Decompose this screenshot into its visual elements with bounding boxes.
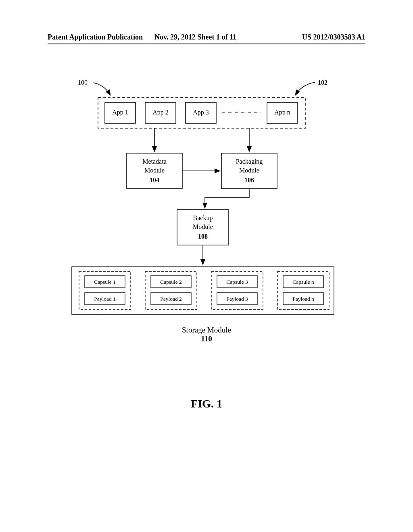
capsule-group-2-dash	[145, 272, 197, 310]
storage-module-label: Storage Module	[182, 326, 231, 334]
storage-module-caption: Storage Module 110	[0, 326, 413, 343]
metadata-ref: 104	[150, 177, 159, 183]
capsule-group-2: Capsule 2 Payload 2	[145, 272, 197, 310]
payload-3-label: Payload 3	[226, 296, 248, 302]
backup-line2: Module	[193, 223, 213, 230]
payload-2-label: Payload 2	[160, 296, 182, 302]
metadata-line1: Metadata	[142, 158, 167, 165]
capsule-n-label: Capsule n	[292, 279, 314, 285]
ref-label-100: 100	[78, 79, 88, 86]
app-1-label: App 1	[112, 109, 128, 116]
capsule-group-n-dash	[277, 272, 329, 310]
capsule-group-1-dash	[79, 272, 131, 310]
arrow-packaging-backup	[205, 189, 249, 208]
backup-line1: Backup	[193, 214, 213, 222]
packaging-ref: 106	[244, 177, 254, 183]
app-n-label: App n	[274, 109, 290, 116]
capsule-group-1: Capsule 1 Payload 1	[79, 272, 131, 310]
leader-100	[93, 83, 110, 95]
capsule-2-label: Capsule 2	[160, 279, 182, 285]
ref-label-102: 102	[318, 79, 327, 86]
leader-102	[296, 82, 315, 95]
page-header: Patent Application Publication Nov. 29, …	[48, 33, 365, 42]
payload-1-label: Payload 1	[94, 296, 116, 302]
capsule-group-3: Capsule 3 Payload 3	[211, 272, 263, 310]
capsule-1-label: Capsule 1	[94, 279, 116, 285]
app-2-label: App 2	[152, 109, 169, 116]
backup-ref: 108	[198, 233, 208, 240]
app-3-label: App 3	[193, 109, 209, 116]
packaging-line1: Packaging	[236, 158, 263, 165]
page: Patent Application Publication Nov. 29, …	[0, 0, 413, 532]
header-left: Patent Application Publication	[48, 33, 143, 42]
figure-caption: FIG. 1	[0, 397, 413, 410]
metadata-line2: Module	[144, 167, 165, 174]
packaging-line2: Module	[239, 167, 259, 174]
storage-module-box	[72, 267, 334, 314]
header-rule	[48, 44, 365, 44]
capsule-group-3-dash	[211, 272, 263, 310]
storage-module-ref: 110	[201, 335, 212, 343]
payload-n-label: Payload n	[292, 296, 314, 302]
capsule-3-label: Capsule 3	[226, 279, 248, 285]
capsule-group-n: Capsule n Payload n	[277, 272, 329, 310]
header-mid: Nov. 29, 2012 Sheet 1 of 11	[154, 33, 236, 42]
header-right: US 2012/0303583 A1	[302, 33, 365, 42]
